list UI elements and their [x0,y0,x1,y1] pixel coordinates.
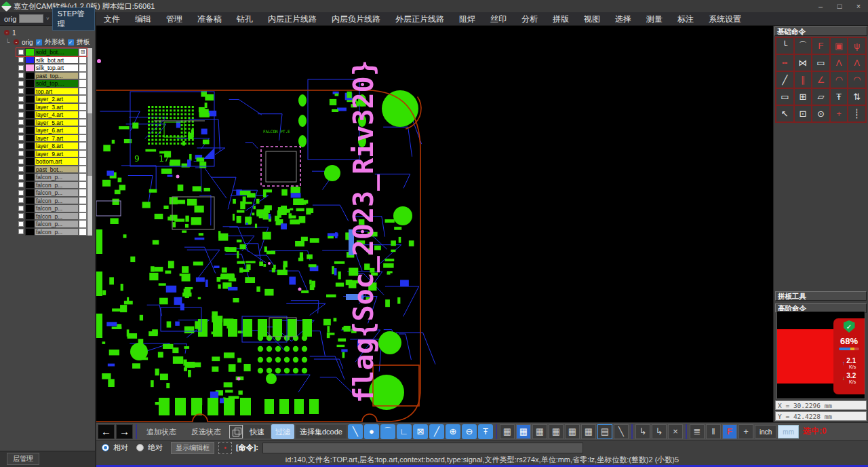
layer-row[interactable]: falcon_p... [16,189,87,197]
layer-suffix-cell[interactable] [79,166,87,174]
minimize-button[interactable]: – [811,0,830,12]
layer-name[interactable]: layer_5.art [35,119,79,127]
line-tool-icon[interactable]: ╲ [348,424,363,439]
layer-visibility-checkbox[interactable] [16,173,25,181]
layer-visibility-checkbox[interactable] [16,88,25,96]
layer-suffix-cell[interactable] [79,150,87,158]
layer-name[interactable]: silk_top.art [35,64,79,72]
tree-root-row[interactable]: - 1 [4,28,95,37]
layer-suffix-cell[interactable] [79,79,87,88]
layer-name[interactable]: falcon_p... [35,189,79,197]
step-path-icon[interactable]: ↳ [635,424,650,439]
layer-visibility-checkbox[interactable] [16,228,25,236]
layer-name[interactable]: layer_8.art [35,142,79,150]
filter-funnel-icon[interactable]: Ŧ [478,424,493,439]
layer-suffix-cell[interactable] [79,220,87,228]
layer-color-swatch[interactable] [25,173,35,181]
fast-button[interactable]: 快速 [244,425,270,438]
layer-visibility-checkbox[interactable] [16,126,25,134]
layer-row[interactable]: silk_top.art [16,64,87,72]
menu-item-1[interactable]: 编辑 [127,12,159,26]
maximize-button[interactable]: □ [830,0,849,12]
show-edit-button[interactable]: 显示编辑框 [171,442,214,454]
copy-state-icon[interactable] [229,425,243,438]
layer-visibility-checkbox[interactable] [16,95,25,103]
layer-color-swatch[interactable] [25,212,35,221]
layer-suffix-cell[interactable] [79,111,87,119]
arc-tool-icon[interactable]: ⌒ [380,424,395,439]
inch-unit-button[interactable]: inch [755,425,776,438]
menu-item-14[interactable]: 测量 [639,12,670,26]
layer-suffix-cell[interactable] [79,197,87,205]
layer-visibility-checkbox[interactable] [16,189,25,197]
layer-name[interactable]: sold_bot.... [35,48,79,56]
pcb-canvas[interactable] [96,26,773,422]
angle-measure-icon[interactable]: ∠ [812,71,830,88]
layer-swap-icon[interactable]: ⇅ [848,88,866,105]
layer-name[interactable]: falcon_p... [35,228,79,236]
grid-active-icon[interactable]: ▦ [516,424,531,439]
filter-select-icon[interactable]: Ŧ [830,88,848,105]
tree-collapse-icon[interactable]: - [14,39,19,45]
circle-tool-icon[interactable]: ● [364,424,379,439]
filter-button[interactable]: 过滤 [271,424,294,439]
layer-name[interactable]: falcon_p... [35,212,79,221]
swap-nets-icon[interactable]: ⋈ [794,54,812,71]
layer-visibility-checkbox[interactable] [16,197,25,205]
layer-visibility-checkbox[interactable] [16,103,25,111]
layer-suffix-cell[interactable] [79,64,87,72]
layer-suffix-cell[interactable] [79,189,87,197]
mirror-text-icon[interactable]: F [812,37,830,54]
append-state-button[interactable]: 追加状态 [140,424,183,439]
pan-cross-icon[interactable]: + [738,424,753,439]
menu-item-8[interactable]: 阻焊 [452,12,483,26]
layer-color-swatch[interactable] [25,126,35,134]
menu-item-15[interactable]: 标注 [670,12,701,26]
layer-color-swatch[interactable] [25,204,35,212]
grid-dot-icon[interactable]: ▦ [565,424,580,439]
vertex-peak-icon[interactable]: Λ [848,54,866,71]
layer-name[interactable]: falcon_p... [35,181,79,189]
break-segment-icon[interactable]: ╍ [776,54,794,71]
menu-item-6[interactable]: 内层负片线路 [324,12,388,26]
layer-suffix-cell[interactable] [79,56,87,64]
inside-select-icon[interactable]: ⊙ [812,105,830,122]
layer-visibility-checkbox[interactable] [16,111,25,119]
layer-suffix-cell[interactable] [79,126,87,134]
layer-row[interactable]: top.art [16,88,87,96]
layer-row[interactable]: silk_bot.art [16,56,87,64]
layer-name[interactable]: top.art [35,88,79,96]
layer-color-swatch[interactable] [25,48,35,56]
layer-name[interactable]: past_bot... [35,166,79,174]
menu-item-11[interactable]: 拼版 [545,12,576,26]
board-thumbnail[interactable]: ✓ 68% ↑ 2.1K/s ↓ 3.2K/s [776,311,865,399]
menu-item-12[interactable]: 视图 [576,12,608,26]
layer-row[interactable]: layer_8.art [16,142,87,150]
dcode-set-button[interactable]: 选择集dcode [296,425,347,438]
measure-path-icon[interactable]: ╰ [776,37,794,54]
layer-name[interactable]: layer_2.art [35,95,79,103]
layer-suffix-cell[interactable] [79,228,87,236]
layer-name[interactable]: falcon_p... [35,220,79,228]
layer-color-swatch[interactable] [25,220,35,228]
layer-color-swatch[interactable] [25,79,35,88]
layer-row[interactable]: past_bot... [16,166,87,174]
invert-state-button[interactable]: 反选状态 [184,424,228,439]
window-select-icon[interactable]: ⊡ [794,105,812,122]
layer-row[interactable]: past_top... [16,72,87,80]
draw-line-icon[interactable]: ╱ [776,71,794,88]
layer-suffix-cell[interactable] [79,157,87,166]
delete-path-icon[interactable]: × [668,424,683,439]
dcode-marker-icon[interactable]: ▣ [830,37,848,54]
layer-color-swatch[interactable] [25,111,35,119]
layer-suffix-cell[interactable] [79,212,87,221]
basic-commands-header[interactable]: 基础命令 [774,26,867,36]
measure-slash-icon[interactable]: ╱ [429,424,444,439]
layer-name[interactable]: sold_top.... [35,79,79,88]
transform-tool-icon[interactable]: ⊠ [413,424,428,439]
grid-plain-icon[interactable]: ▦ [500,424,515,439]
layer-visibility-checkbox[interactable] [16,204,25,212]
layer-color-swatch[interactable] [25,95,35,103]
layer-suffix-cell[interactable] [79,173,87,181]
arc-bridge-icon[interactable]: ◠ [830,71,848,88]
